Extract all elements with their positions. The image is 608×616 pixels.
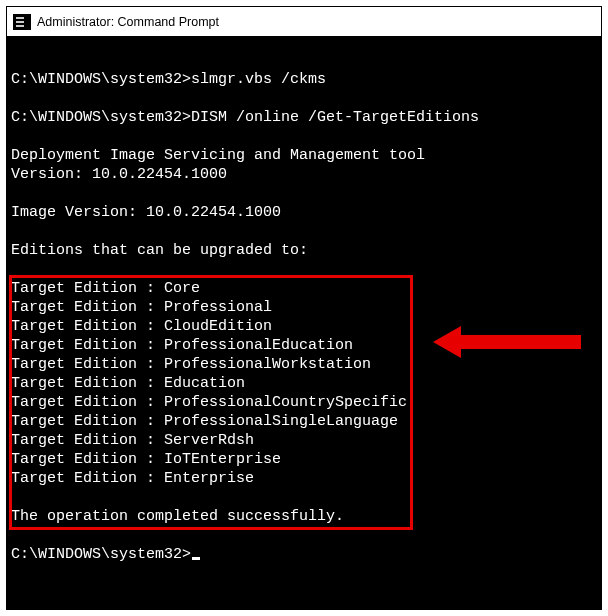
window-title: Administrator: Command Prompt [37, 15, 219, 29]
prompt: C:\WINDOWS\system32> [11, 546, 191, 563]
window-frame: Administrator: Command Prompt C:\WINDOWS… [6, 6, 602, 610]
cmd-icon [13, 14, 31, 30]
cursor [192, 557, 200, 560]
console-output[interactable]: C:\WINDOWS\system32>slmgr.vbs /ckms C:\W… [7, 37, 601, 609]
titlebar[interactable]: Administrator: Command Prompt [7, 7, 601, 37]
